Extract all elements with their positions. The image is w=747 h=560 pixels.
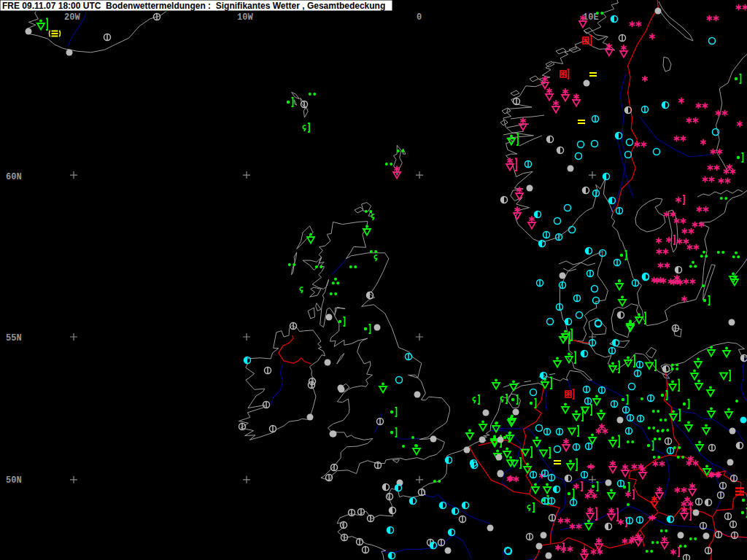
svg-text:0: 0: [417, 12, 422, 23]
svg-text:FRE 09.11.07 18:00 UTC Bodenw: FRE 09.11.07 18:00 UTC Bodenwettermeldun…: [2, 1, 385, 11]
svg-text:60N: 60N: [6, 172, 22, 182]
svg-text:20W: 20W: [64, 12, 80, 23]
svg-text:55N: 55N: [6, 333, 22, 343]
svg-text:10W: 10W: [237, 12, 253, 23]
svg-text:50N: 50N: [6, 475, 22, 486]
